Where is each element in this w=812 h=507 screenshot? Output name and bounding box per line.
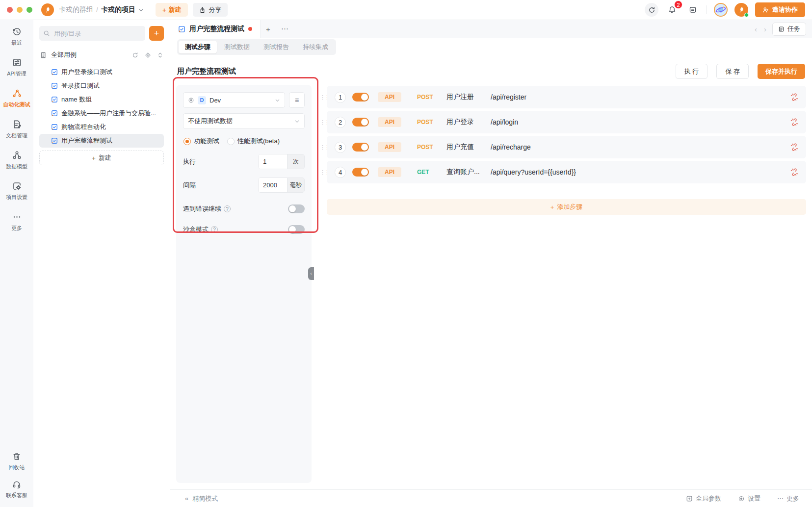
tree-item[interactable]: 登录接口测试	[39, 79, 164, 93]
more-icon	[12, 212, 22, 223]
left-sidebar: 最近 API管理 自动化测试 文档管理 数据模型 项目设置	[0, 20, 33, 507]
share-button[interactable]: 分享	[193, 3, 228, 17]
radio-dot	[183, 138, 191, 145]
invite-collaborate-button[interactable]: 邀请协作	[755, 2, 805, 17]
plus-icon: +	[92, 154, 96, 162]
org-avatar[interactable]	[734, 3, 748, 17]
sandbox-mode-toggle[interactable]	[288, 225, 305, 234]
new-tab-button[interactable]: +	[261, 20, 276, 38]
save-button[interactable]: 保 存	[716, 64, 749, 79]
step-enabled-toggle[interactable]	[352, 168, 369, 177]
step-card[interactable]: 3 API POST 用户充值 /api/recharge	[327, 136, 806, 158]
unsaved-dot	[248, 27, 252, 31]
unlink-api-icon[interactable]	[790, 168, 798, 176]
sidebar-item-project-settings[interactable]: 项目设置	[0, 181, 33, 201]
history-back-button[interactable]: ‹	[754, 25, 758, 33]
locate-icon[interactable]	[145, 52, 151, 58]
subtab-test-data[interactable]: 测试数据	[218, 41, 256, 53]
drag-handle-icon[interactable]: ⋮⋮	[320, 145, 325, 150]
zoom-window-button[interactable]	[26, 7, 32, 13]
tree-item[interactable]: 用户登录接口测试	[39, 65, 164, 79]
step-type-badge: API	[378, 167, 401, 177]
help-icon[interactable]: ?	[224, 205, 231, 212]
sidebar-item-data-model[interactable]: 数据模型	[0, 151, 33, 170]
step-card[interactable]: 2 API POST 用户登录 /api/login	[327, 111, 806, 133]
drag-handle-icon[interactable]: ⋮⋮	[320, 95, 325, 100]
search-input[interactable]	[53, 29, 141, 38]
unlink-api-icon[interactable]	[790, 118, 798, 126]
panel-collapse-handle[interactable]: ‹	[308, 267, 314, 280]
step-row: ⋮⋮ 2 API POST 用户登录 /api/login	[320, 111, 806, 133]
case-list-icon	[40, 51, 48, 59]
step-enabled-toggle[interactable]	[352, 118, 369, 127]
help-icon[interactable]: ?	[211, 226, 218, 233]
tree-item[interactable]: 金融系统——用户注册与交易验...	[39, 106, 164, 120]
user-avatar[interactable]	[714, 3, 728, 17]
tree-root-row[interactable]: 全部用例	[39, 49, 164, 61]
run-button[interactable]: 执 行	[676, 64, 708, 79]
global-params-button[interactable]: 全局参数	[686, 494, 721, 503]
subtab-ci[interactable]: 持续集成	[296, 41, 335, 53]
drag-handle-icon[interactable]: ⋮⋮	[320, 120, 325, 125]
minimize-window-button[interactable]	[17, 7, 23, 13]
breadcrumb-group[interactable]: 卡戎的群组	[59, 5, 93, 14]
sidebar-item-recent[interactable]: 最近	[0, 27, 33, 47]
step-row: ⋮⋮ 4 API GET 查询账户... /api/query?userId={…	[320, 161, 806, 183]
breadcrumb-separator: /	[96, 6, 98, 14]
environment-select[interactable]: D Dev	[183, 92, 285, 108]
compact-mode-button[interactable]: « 精简模式	[185, 494, 218, 503]
history-forward-button[interactable]: ›	[763, 25, 767, 33]
add-case-button[interactable]: +	[149, 26, 164, 41]
subtab-test-report[interactable]: 测试报告	[257, 41, 295, 53]
unlink-api-icon[interactable]	[790, 143, 798, 151]
search-box[interactable]	[39, 26, 145, 41]
sidebar-item-trash[interactable]: 回收站	[0, 452, 33, 471]
settings-button[interactable]: 设置	[738, 494, 760, 503]
close-window-button[interactable]	[7, 7, 13, 13]
step-enabled-toggle[interactable]	[352, 93, 369, 101]
breadcrumb-project[interactable]: 卡戎的项目	[101, 5, 135, 14]
project-chevron-down-icon[interactable]	[138, 7, 144, 13]
sidebar-item-more[interactable]: 更多	[0, 212, 33, 232]
radio-functional-test[interactable]: 功能测试	[183, 137, 219, 146]
interval-input[interactable]	[259, 178, 287, 192]
sync-button[interactable]	[645, 3, 658, 17]
apifox-logo-icon	[41, 3, 54, 16]
task-button[interactable]: 任务	[772, 23, 806, 36]
unlink-api-icon[interactable]	[790, 93, 798, 101]
tree-item[interactable]: 购物流程自动化	[39, 120, 164, 134]
tree-item-selected[interactable]: 用户完整流程测试	[39, 134, 164, 148]
continue-on-error-toggle[interactable]	[288, 204, 305, 213]
more-button[interactable]: ⋯ 更多	[777, 494, 799, 503]
save-and-run-button[interactable]: 保存并执行	[758, 64, 805, 79]
tab-more-button[interactable]: ⋯	[276, 20, 294, 38]
tree-item[interactable]: name 数组	[39, 93, 164, 106]
drag-handle-icon[interactable]: ⋮⋮	[320, 170, 325, 175]
notifications-button[interactable]: 2	[665, 3, 679, 17]
collapse-all-icon[interactable]	[157, 52, 163, 58]
tabstrip: 用户完整流程测试 + ⋯ ‹ › 任务	[170, 20, 812, 38]
test-data-select[interactable]: 不使用测试数据	[183, 113, 305, 129]
env-manage-button[interactable]: ≡	[289, 92, 305, 108]
sidebar-item-support[interactable]: 联系客服	[0, 480, 33, 499]
tab-active[interactable]: 用户完整流程测试	[170, 20, 261, 38]
add-step-button[interactable]: + 添加步骤	[327, 199, 806, 215]
radio-performance-test[interactable]: 性能测试(beta)	[227, 137, 280, 146]
tree-new-case-button[interactable]: + 新建	[39, 151, 164, 165]
titlebar-right: 2 邀请协作	[645, 2, 805, 17]
subtab-test-steps[interactable]: 测试步骤	[179, 41, 217, 53]
sidebar-item-api-manage[interactable]: API管理	[0, 58, 33, 77]
step-card[interactable]: 1 API POST 用户注册 /api/register	[327, 86, 806, 108]
new-button[interactable]: + 新建	[156, 3, 188, 17]
loop-count-input[interactable]	[259, 154, 287, 169]
http-method: POST	[417, 119, 440, 126]
step-card[interactable]: 4 API GET 查询账户... /api/query?userId={{us…	[327, 161, 806, 183]
refresh-icon[interactable]	[132, 52, 138, 58]
changelog-button[interactable]	[686, 3, 700, 17]
step-index: 3	[335, 142, 346, 153]
sidebar-item-automation[interactable]: 自动化测试	[0, 89, 33, 108]
sidebar-item-doc-manage[interactable]: 文档管理	[0, 120, 33, 139]
person-add-icon	[762, 7, 769, 13]
step-enabled-toggle[interactable]	[352, 143, 369, 152]
interval-label: 间隔	[183, 181, 196, 190]
